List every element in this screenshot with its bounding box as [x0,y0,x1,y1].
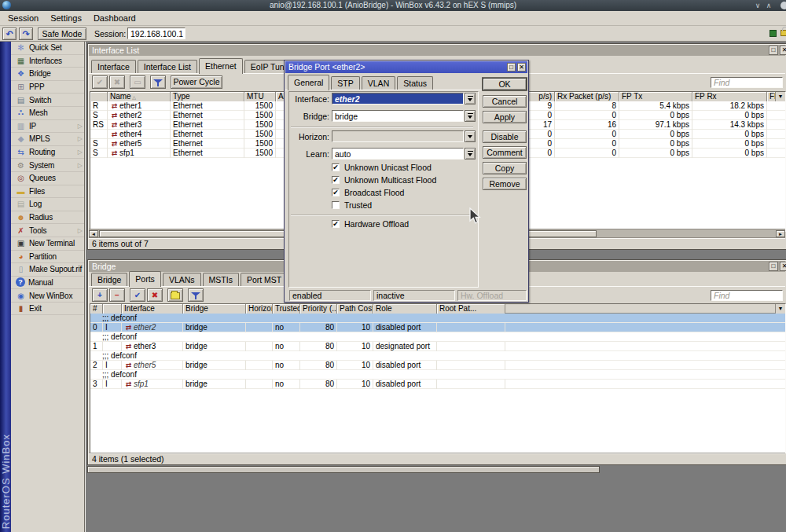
sidebar-item-manual[interactable]: Manual [11,277,84,290]
comment-row[interactable]: ;;; defconf [90,370,785,380]
sidebar-item-system[interactable]: System▷ [11,159,84,172]
comment-button[interactable] [167,288,183,302]
find-box[interactable]: Find [711,77,783,88]
app-titlebar[interactable]: anio@192.168.100.1 (AnioBridge) - WinBox… [0,0,786,11]
scroll-left-icon[interactable]: ◄ [89,230,98,237]
undo-button[interactable]: ↶ [2,28,17,40]
dialog-tab-vlan[interactable]: VLAN [362,76,395,90]
table-row[interactable]: 0Iether2bridgeno8010disabled port [90,323,785,332]
menu-item-settings[interactable]: Settings [46,12,89,24]
column-header-mtu[interactable]: MTU [244,92,276,101]
disable-button[interactable]: ✖ [147,288,163,302]
sidebar-item-quick-set[interactable]: Quick Set [11,42,84,55]
sidebar-item-new-winbox[interactable]: New WinBox [11,289,84,303]
shade-icon[interactable]: ∨ [753,0,762,11]
column-header-bridge[interactable]: Bridge [183,304,246,314]
menu-item-dashboard[interactable]: Dashboard [89,12,143,24]
tab-bridge[interactable]: Bridge [91,273,127,286]
filter-button[interactable] [188,288,204,302]
checkbox-unknown-unicast-flood[interactable]: ✔Unknown Unicast Flood [332,162,432,172]
sidebar-item-ppp[interactable]: PPP [11,81,84,94]
cancel-button[interactable]: Cancel [483,95,527,108]
unshade-icon[interactable]: ∧ [764,0,773,11]
sidebar-item-radius[interactable]: Radius [11,211,84,225]
tab-ports[interactable]: Ports [129,271,161,287]
sidebar-item-bridge[interactable]: Bridge [11,68,84,81]
column-header-name[interactable]: Name △ [108,92,171,101]
horizon-input[interactable] [332,130,464,142]
apply-check-button[interactable]: ✔ [92,75,108,89]
sidebar-item-files[interactable]: Files [11,185,84,199]
column-header-rx-packet-p-s[interactable]: Rx Packet (p/s) [555,92,619,101]
filter-button[interactable] [150,75,166,89]
column-header-trusted[interactable]: Trusted [273,304,300,314]
column-header-root-pat[interactable]: Root Pat... [437,304,505,314]
scroll-right-icon[interactable]: ► [776,230,785,237]
enable-button[interactable]: ✔ [130,288,145,302]
column-header-priority[interactable]: Priority (... [300,304,337,314]
close-circle-icon[interactable] [780,2,786,9]
maximize-icon[interactable]: □ [769,46,778,55]
sidebar-item-log[interactable]: Log [11,198,84,211]
comment-row[interactable]: ;;; defconf [90,314,785,323]
safe-mode-button[interactable]: Safe Mode [38,28,86,40]
sidebar-item-switch[interactable]: Switch [11,94,84,107]
column-header-fp-tx[interactable]: FP Tx [619,92,692,101]
column-header-fp-rx[interactable]: FP Rx [692,92,767,101]
find-box[interactable]: Find [711,290,783,301]
sidebar-item-new-terminal[interactable]: New Terminal [11,237,84,251]
column-selector-icon[interactable]: ▼ [775,92,785,101]
remove-button[interactable]: Remove [483,178,527,190]
discard-x-button[interactable]: ✖ [109,75,125,89]
tab-vlans[interactable]: VLANs [163,273,201,286]
bridge-select[interactable]: bridge [332,110,464,122]
column-header-blank[interactable]: # [90,304,103,314]
sidebar-item-routing[interactable]: Routing▷ [11,146,84,160]
dialog-tab-status[interactable]: Status [397,76,433,90]
dialog-tab-stp[interactable]: STP [331,76,359,90]
sidebar-item-exit[interactable]: Exit [11,303,84,316]
table-row[interactable]: 2Iether5bridgeno8010disabled port [90,361,785,370]
checkbox-box[interactable]: ✔ [332,189,340,196]
sidebar-item-ip[interactable]: IP▷ [11,120,84,134]
redo-button[interactable]: ↷ [19,28,33,40]
checkbox-broadcast-flood[interactable]: ✔Broadcast Flood [332,187,404,197]
add-button[interactable]: + [92,288,108,302]
sidebar-item-tools[interactable]: Tools▷ [11,224,84,237]
sidebar-item-interfaces[interactable]: Interfaces [11,55,84,68]
column-header-blank[interactable] [90,92,108,101]
tab-mstis[interactable]: MSTIs [203,273,239,286]
maximize-icon[interactable]: □ [769,262,778,271]
interface-dropdown-button[interactable] [465,93,476,105]
bridge-dropdown-button[interactable] [465,110,476,122]
tab-interface-list[interactable]: Interface List [138,60,197,73]
checkbox-box[interactable]: ✔ [332,176,340,184]
comment-button[interactable]: Comment [483,146,527,159]
checkbox-trusted[interactable]: Trusted [332,200,372,210]
learn-dropdown-button[interactable] [465,148,476,160]
dialog-tab-general[interactable]: General [288,75,329,90]
power-cycle-button[interactable]: Power Cycle [171,75,222,89]
checkbox-box[interactable]: ✔ [332,163,340,171]
comment-card-button[interactable]: ▭ [130,75,145,89]
menu-item-session[interactable]: Session [3,12,46,24]
close-icon[interactable]: ✕ [780,262,786,271]
maximize-icon[interactable]: □ [507,63,516,72]
comment-row[interactable]: ;;; defconf [90,351,785,361]
sidebar-item-mesh[interactable]: Mesh [11,107,84,120]
tab-interface[interactable]: Interface [91,60,136,73]
apply-button[interactable]: Apply [483,111,527,123]
column-header-blank[interactable] [103,304,122,314]
column-selector-icon[interactable]: ▼ [775,304,785,314]
disable-button[interactable]: Disable [483,130,527,143]
checkbox-unknown-multicast-flood[interactable]: ✔Unknown Multicast Flood [332,174,436,185]
dialog-titlebar[interactable]: Bridge Port <ether2> [285,61,527,73]
table-row[interactable]: 3Isfp1bridgeno8010disabled port [90,380,785,389]
horizon-dropdown-button[interactable] [465,130,476,142]
sidebar-item-queues[interactable]: Queues [11,172,84,185]
checkbox-box[interactable]: ✔ [332,220,340,228]
ok-button[interactable]: OK [483,78,527,90]
column-header-interface[interactable]: Interface [122,304,183,314]
close-icon[interactable]: ✕ [517,63,526,72]
column-header-role[interactable]: Role [373,304,437,314]
